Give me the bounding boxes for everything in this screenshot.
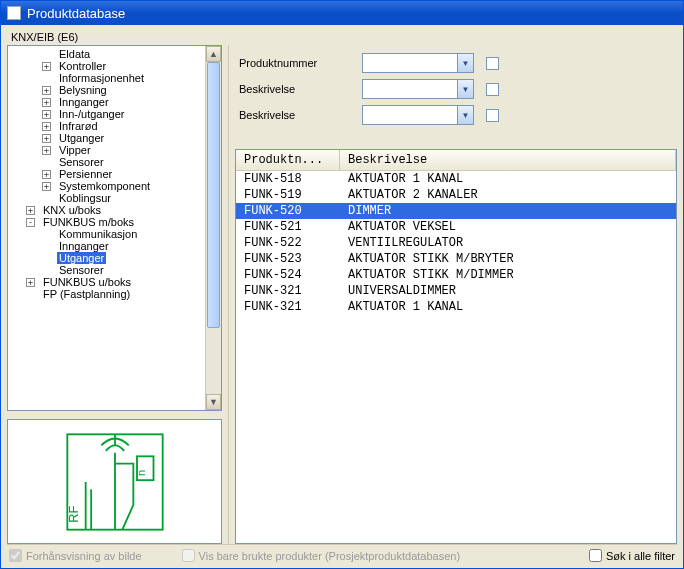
tree-item[interactable]: +Persienner bbox=[10, 168, 205, 180]
combo-input[interactable] bbox=[363, 106, 457, 124]
tree-item[interactable]: +Systemkomponent bbox=[10, 180, 205, 192]
table-row[interactable]: FUNK-523AKTUATOR STIKK M/BRYTER bbox=[236, 251, 676, 267]
filter-combo[interactable]: ▼ bbox=[362, 105, 474, 125]
titlebar[interactable]: Produktdatabase bbox=[1, 1, 683, 25]
expand-icon[interactable]: + bbox=[42, 110, 51, 119]
combo-input[interactable] bbox=[363, 54, 457, 72]
expand-icon[interactable]: + bbox=[42, 170, 51, 179]
tree-scrollbar[interactable]: ▲ ▼ bbox=[205, 46, 221, 410]
expand-icon[interactable]: + bbox=[26, 206, 35, 215]
footer: Forhånsvisning av bilde Vis bare brukte … bbox=[7, 544, 677, 562]
chevron-down-icon[interactable]: ▼ bbox=[457, 54, 473, 72]
left-column: Eldata+KontrollerInformasjonenhet+Belysn… bbox=[7, 45, 222, 544]
filter-row: Beskrivelse▼ bbox=[239, 105, 673, 125]
filter-combo[interactable]: ▼ bbox=[362, 79, 474, 99]
cell-beskrivelse: AKTUATOR STIKK M/DIMMER bbox=[340, 268, 676, 282]
scroll-down-button[interactable]: ▼ bbox=[206, 394, 221, 410]
filter-checkbox[interactable] bbox=[486, 83, 499, 96]
tree-item[interactable]: +Utganger bbox=[10, 132, 205, 144]
tree-item[interactable]: Koblingsur bbox=[10, 192, 205, 204]
tree-item-label: Innganger bbox=[57, 96, 111, 108]
cell-produktn: FUNK-519 bbox=[236, 188, 340, 202]
tree-item[interactable]: FP (Fastplanning) bbox=[10, 288, 205, 300]
searchall-checkbox[interactable] bbox=[589, 549, 602, 562]
tree-item-label: Innganger bbox=[57, 240, 111, 252]
tree-item[interactable]: Sensorer bbox=[10, 264, 205, 276]
filter-checkbox[interactable] bbox=[486, 109, 499, 122]
tree-panel: Eldata+KontrollerInformasjonenhet+Belysn… bbox=[7, 45, 222, 411]
column-header-produktn[interactable]: Produktn... bbox=[236, 150, 340, 170]
usedonly-checkbox bbox=[182, 549, 195, 562]
table-row[interactable]: FUNK-518AKTUATOR 1 KANAL bbox=[236, 171, 676, 187]
table-row[interactable]: FUNK-522VENTIILREGULATOR bbox=[236, 235, 676, 251]
expand-icon[interactable]: + bbox=[42, 62, 51, 71]
table-row[interactable]: FUNK-321UNIVERSALDIMMER bbox=[236, 283, 676, 299]
filter-label: Beskrivelse bbox=[239, 109, 354, 121]
tree-item[interactable]: +Vipper bbox=[10, 144, 205, 156]
tree-item[interactable]: +Inn-/utganger bbox=[10, 108, 205, 120]
tree-item-label: Sensorer bbox=[57, 264, 106, 276]
preview-checkbox-wrap: Forhånsvisning av bilde bbox=[9, 549, 142, 562]
tree-item[interactable]: Sensorer bbox=[10, 156, 205, 168]
collapse-icon[interactable]: - bbox=[26, 218, 35, 227]
filter-checkbox[interactable] bbox=[486, 57, 499, 70]
expand-icon[interactable]: + bbox=[42, 134, 51, 143]
tree-item[interactable]: Kommunikasjon bbox=[10, 228, 205, 240]
cell-produktn: FUNK-521 bbox=[236, 220, 340, 234]
expand-icon[interactable]: + bbox=[42, 98, 51, 107]
tree-item-label: Koblingsur bbox=[57, 192, 113, 204]
cell-produktn: FUNK-518 bbox=[236, 172, 340, 186]
tree-item[interactable]: +FUNKBUS u/boks bbox=[10, 276, 205, 288]
tree-item[interactable]: +Infrarød bbox=[10, 120, 205, 132]
window-body: KNX/EIB (E6) Eldata+KontrollerInformasjo… bbox=[1, 25, 683, 568]
tree-item[interactable]: +Kontroller bbox=[10, 60, 205, 72]
table-row[interactable]: FUNK-521AKTUATOR VEKSEL bbox=[236, 219, 676, 235]
filter-row: Produktnummer▼ bbox=[239, 53, 673, 73]
chevron-down-icon[interactable]: ▼ bbox=[457, 80, 473, 98]
table-row[interactable]: FUNK-524AKTUATOR STIKK M/DIMMER bbox=[236, 267, 676, 283]
scroll-thumb[interactable] bbox=[207, 62, 220, 328]
expand-icon[interactable]: + bbox=[26, 278, 35, 287]
tree-item[interactable]: Innganger bbox=[10, 240, 205, 252]
tree-item-label: FP (Fastplanning) bbox=[41, 288, 132, 300]
expand-icon[interactable]: + bbox=[42, 122, 51, 131]
tree-item[interactable]: +Belysning bbox=[10, 84, 205, 96]
preview-checkbox bbox=[9, 549, 22, 562]
cell-beskrivelse: UNIVERSALDIMMER bbox=[340, 284, 676, 298]
tree-item-label: FUNKBUS m/boks bbox=[41, 216, 136, 228]
chevron-down-icon[interactable]: ▼ bbox=[457, 106, 473, 124]
searchall-checkbox-wrap[interactable]: Søk i alle filter bbox=[589, 549, 675, 562]
expand-icon[interactable]: + bbox=[42, 86, 51, 95]
expand-icon[interactable]: + bbox=[42, 182, 51, 191]
scroll-up-button[interactable]: ▲ bbox=[206, 46, 221, 62]
tree-item[interactable]: Informasjonenhet bbox=[10, 72, 205, 84]
svg-text:RF: RF bbox=[66, 505, 81, 522]
cell-produktn: FUNK-321 bbox=[236, 300, 340, 314]
combo-input[interactable] bbox=[363, 80, 457, 98]
cell-produktn: FUNK-321 bbox=[236, 284, 340, 298]
table-row[interactable]: FUNK-520DIMMER bbox=[236, 203, 676, 219]
preview-panel: n RF bbox=[7, 419, 222, 544]
tree-item[interactable]: -FUNKBUS m/boks bbox=[10, 216, 205, 228]
table-row[interactable]: FUNK-519AKTUATOR 2 KANALER bbox=[236, 187, 676, 203]
table-body: FUNK-518AKTUATOR 1 KANALFUNK-519AKTUATOR… bbox=[236, 171, 676, 315]
tree-item[interactable]: Eldata bbox=[10, 48, 205, 60]
app-window: Produktdatabase KNX/EIB (E6) Eldata+Kont… bbox=[0, 0, 684, 569]
tree-item-label: Kommunikasjon bbox=[57, 228, 139, 240]
tree-item-label: Vipper bbox=[57, 144, 93, 156]
tree-item-label: Kontroller bbox=[57, 60, 108, 72]
tree-item-label: Utganger bbox=[57, 252, 106, 264]
tree-item-label: Utganger bbox=[57, 132, 106, 144]
column-header-beskrivelse[interactable]: Beskrivelse bbox=[340, 150, 676, 170]
tree-item[interactable]: Utganger bbox=[10, 252, 205, 264]
scroll-track[interactable] bbox=[206, 62, 221, 394]
expand-icon[interactable]: + bbox=[42, 146, 51, 155]
tree-item[interactable]: +KNX u/boks bbox=[10, 204, 205, 216]
table-header: Produktn... Beskrivelse bbox=[236, 150, 676, 171]
table-row[interactable]: FUNK-321AKTUATOR 1 KANAL bbox=[236, 299, 676, 315]
searchall-checkbox-label: Søk i alle filter bbox=[606, 550, 675, 562]
filter-combo[interactable]: ▼ bbox=[362, 53, 474, 73]
tree-item[interactable]: +Innganger bbox=[10, 96, 205, 108]
cell-beskrivelse: AKTUATOR 1 KANAL bbox=[340, 300, 676, 314]
tree[interactable]: Eldata+KontrollerInformasjonenhet+Belysn… bbox=[8, 46, 205, 410]
